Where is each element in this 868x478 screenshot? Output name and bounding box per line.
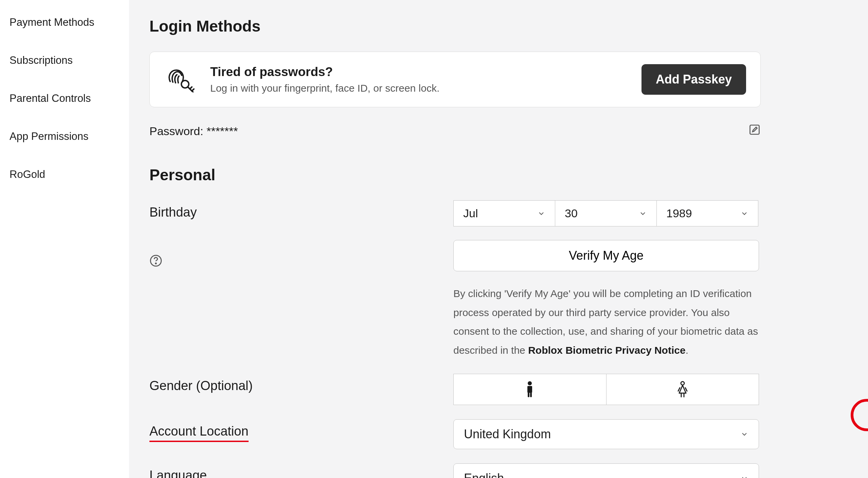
sidebar-item-subscriptions[interactable]: Subscriptions xyxy=(0,41,129,79)
svg-rect-1 xyxy=(750,125,759,134)
edit-password-icon[interactable] xyxy=(748,124,761,139)
main-content: Login Methods Tired of passwords? Log in… xyxy=(129,0,868,478)
annotation-circle xyxy=(851,399,868,431)
birthday-month-select[interactable]: Jul xyxy=(453,200,555,226)
sidebar-item-rogold[interactable]: RoGold xyxy=(0,155,129,194)
birthday-day-select[interactable]: 30 xyxy=(555,200,657,226)
gender-male-button[interactable] xyxy=(453,374,606,405)
gender-female-button[interactable] xyxy=(606,374,759,405)
chevron-down-icon xyxy=(537,209,545,218)
svg-rect-7 xyxy=(530,392,532,397)
verify-age-button[interactable]: Verify My Age xyxy=(453,240,759,271)
login-methods-title: Login Methods xyxy=(149,17,848,35)
chevron-down-icon xyxy=(740,209,748,218)
female-icon xyxy=(676,381,689,398)
gender-label: Gender (Optional) xyxy=(149,374,453,393)
verify-age-description: By clicking 'Verify My Age' you will be … xyxy=(453,284,759,360)
passkey-card: Tired of passwords? Log in with your fin… xyxy=(149,52,761,107)
svg-point-4 xyxy=(528,381,532,385)
svg-rect-6 xyxy=(528,392,529,397)
password-label: Password: ******* xyxy=(149,125,748,138)
passkey-title: Tired of passwords? xyxy=(210,65,641,79)
svg-rect-5 xyxy=(527,386,532,393)
biometric-privacy-notice-link[interactable]: Roblox Biometric Privacy Notice xyxy=(528,345,685,356)
sidebar-item-payment-methods[interactable]: Payment Methods xyxy=(0,3,129,41)
personal-title: Personal xyxy=(149,166,848,184)
account-location-value: United Kingdom xyxy=(464,427,551,441)
birthday-year-value: 1989 xyxy=(666,207,692,220)
sidebar-item-app-permissions[interactable]: App Permissions xyxy=(0,117,129,155)
svg-point-8 xyxy=(681,382,684,385)
birthday-month-value: Jul xyxy=(463,207,478,220)
language-select[interactable]: English xyxy=(453,463,759,478)
birthday-day-value: 30 xyxy=(565,207,578,220)
language-label: Language xyxy=(149,463,453,478)
sidebar-item-parental-controls[interactable]: Parental Controls xyxy=(0,79,129,117)
sidebar: Payment Methods Subscriptions Parental C… xyxy=(0,0,129,478)
add-passkey-button[interactable]: Add Passkey xyxy=(641,64,746,95)
chevron-down-icon xyxy=(639,209,647,218)
passkey-description: Log in with your fingerprint, face ID, o… xyxy=(210,82,641,94)
birthday-label: Birthday xyxy=(149,205,453,220)
account-location-label: Account Location xyxy=(149,424,249,442)
chevron-down-icon xyxy=(740,430,748,438)
language-value: English xyxy=(464,471,504,478)
svg-point-3 xyxy=(156,263,157,264)
chevron-down-icon xyxy=(740,474,748,478)
fingerprint-key-icon xyxy=(164,65,196,94)
birthday-year-select[interactable]: 1989 xyxy=(656,200,758,226)
help-icon[interactable] xyxy=(149,254,453,270)
male-icon xyxy=(524,381,535,398)
account-location-select[interactable]: United Kingdom xyxy=(453,419,759,449)
